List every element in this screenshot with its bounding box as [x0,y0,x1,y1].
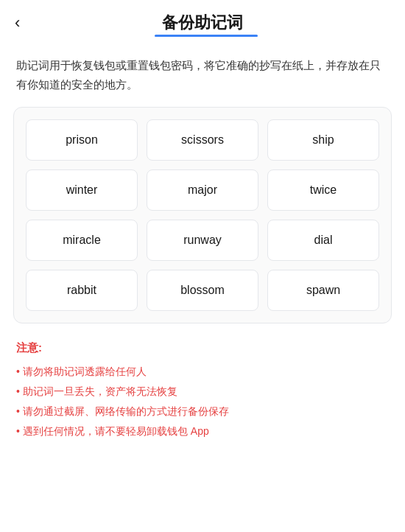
mnemonic-word-5: major [147,169,258,211]
notice-item-4: •遇到任何情况，请不要轻易卸载钱包 App [16,422,389,441]
mnemonic-word-9: dial [267,220,379,261]
mnemonic-word-3: ship [267,119,379,161]
notice-item-text: 请勿通过截屏、网络传输的方式进行备份保存 [23,402,229,421]
notice-bullet: • [16,363,20,381]
mnemonic-word-4: winter [26,169,138,211]
mnemonic-grid: prisonscissorsshipwintermajortwicemiracl… [26,119,379,311]
notice-item-text: 遇到任何情况，请不要轻易卸载钱包 App [23,422,209,441]
notice-item-3: •请勿通过截屏、网络传输的方式进行备份保存 [16,402,389,421]
mnemonic-grid-container: prisonscissorsshipwintermajortwicemiracl… [13,107,392,323]
mnemonic-word-7: miracle [26,220,138,261]
back-button[interactable]: ‹ [15,15,20,31]
mnemonic-word-8: runway [147,220,258,261]
mnemonic-word-2: scissors [147,119,258,161]
notice-item-text: 请勿将助记词透露给任何人 [23,363,147,381]
header: ‹ 备份助记词 [0,0,405,41]
mnemonic-word-6: twice [267,169,379,211]
page-title: 备份助记词 [162,12,243,34]
notice-item-text: 助记词一旦丢失，资产将无法恢复 [23,382,177,401]
notice-bullet: • [16,402,20,421]
mnemonic-word-10: rabbit [26,270,138,311]
mnemonic-word-1: prison [26,119,138,161]
mnemonic-word-11: blossom [147,270,258,311]
notice-bullet: • [16,422,20,441]
notice-title: 注意: [16,341,389,355]
notice-item-1: •请勿将助记词透露给任何人 [16,363,389,381]
description-text: 助记词用于恢复钱包或重置钱包密码，将它准确的抄写在纸上，并存放在只有你知道的安全… [0,41,405,107]
mnemonic-word-12: spawn [267,270,379,311]
notice-bullet: • [16,382,20,401]
notice-section: 注意: •请勿将助记词透露给任何人•助记词一旦丢失，资产将无法恢复•请勿通过截屏… [0,323,405,458]
notice-item-2: •助记词一旦丢失，资产将无法恢复 [16,382,389,401]
page-container: ‹ 备份助记词 助记词用于恢复钱包或重置钱包密码，将它准确的抄写在纸上，并存放在… [0,0,405,532]
